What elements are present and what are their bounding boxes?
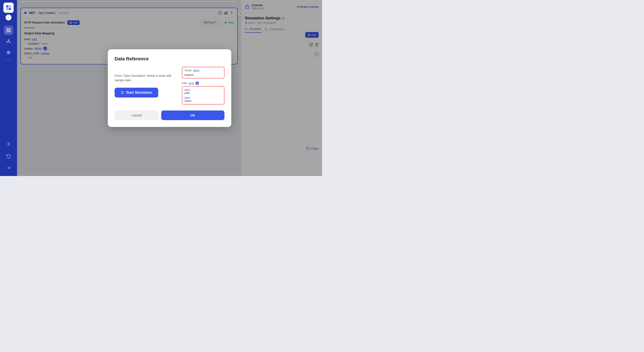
svg-point-18 [8, 143, 9, 145]
data-reference-modal: Data Reference Press "Start Simulation" … [108, 49, 231, 127]
path-box: string path string name [182, 86, 224, 105]
svg-rect-1 [9, 5, 11, 8]
path-type-1[interactable]: string [184, 96, 222, 99]
path-val-0: path [184, 91, 222, 94]
path-type[interactable]: array [188, 82, 194, 85]
sidebar-item-target[interactable] [4, 48, 13, 57]
modal-title: Data Reference [114, 56, 224, 62]
scope-type[interactable]: string [193, 69, 199, 72]
start-simulation-button[interactable]: Start Simulation [114, 88, 158, 97]
sidebar-item-layers[interactable] [4, 26, 13, 35]
sidebar-bottom [4, 138, 13, 173]
svg-line-13 [9, 42, 10, 42]
path-item-0: string path [184, 88, 222, 94]
svg-rect-6 [7, 31, 8, 32]
modal-description: Press "Start Simulation" below to work w… [114, 74, 177, 83]
svg-point-8 [8, 41, 9, 42]
path-item-1: string name [184, 96, 222, 102]
svg-rect-4 [7, 29, 8, 30]
sidebar-item-export[interactable] [4, 163, 13, 172]
modal-body: Press "Start Simulation" below to work w… [114, 67, 224, 105]
ok-button[interactable]: OK [161, 110, 224, 120]
sidebar-item-refresh[interactable] [4, 151, 13, 161]
modal-footer: Cancel OK [114, 110, 224, 120]
modal-overlay[interactable]: Data Reference Press "Start Simulation" … [17, 0, 322, 176]
scope-box: Scope string request [182, 67, 224, 79]
path-type-0[interactable]: string [184, 88, 222, 91]
svg-point-9 [8, 40, 9, 40]
path-info-button[interactable] [196, 82, 199, 85]
sidebar-expand-button[interactable]: › [6, 15, 12, 21]
svg-rect-7 [9, 31, 10, 32]
path-label: Path [182, 82, 187, 85]
scope-label: Scope [184, 69, 192, 72]
modal-left: Press "Start Simulation" below to work w… [114, 67, 177, 105]
sim-icon [120, 91, 124, 94]
svg-rect-3 [9, 8, 11, 10]
scope-header: Scope string [184, 69, 222, 72]
sidebar: › [0, 0, 17, 176]
app-logo [4, 3, 14, 13]
svg-rect-0 [6, 5, 8, 8]
path-row: Path array [182, 82, 224, 85]
cancel-button[interactable]: Cancel [114, 110, 159, 120]
svg-rect-5 [9, 29, 10, 30]
svg-line-14 [7, 42, 8, 42]
modal-right: Scope string request Path array [182, 67, 224, 105]
path-val-1: name [184, 99, 222, 102]
svg-point-17 [8, 52, 9, 53]
svg-rect-2 [6, 8, 8, 10]
scope-value: request [184, 73, 222, 76]
sidebar-item-settings[interactable] [4, 139, 13, 149]
sidebar-item-network[interactable] [4, 37, 13, 46]
start-sim-label: Start Simulation [126, 91, 152, 94]
